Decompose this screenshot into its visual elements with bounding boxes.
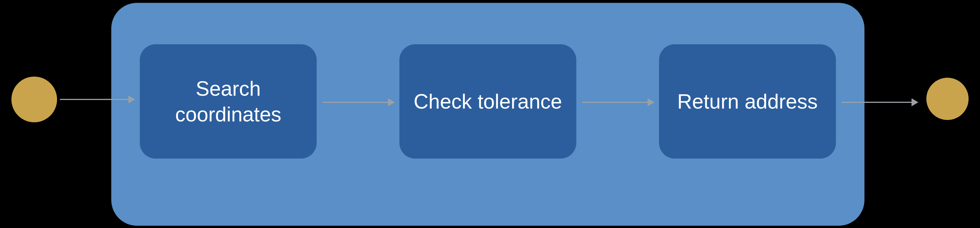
- arrow-start-to-step1: [60, 99, 134, 100]
- step-search-coordinates: Search coordinates: [140, 44, 317, 159]
- step-label: Return address: [677, 88, 818, 114]
- step-return-address: Return address: [659, 44, 836, 159]
- step-label: Search coordinates: [151, 76, 305, 127]
- end-node: [926, 78, 969, 120]
- arrow-step1-to-step2: [322, 102, 394, 103]
- step-label: Check tolerance: [414, 88, 562, 114]
- start-node: [11, 77, 57, 122]
- step-check-tolerance: Check tolerance: [399, 44, 576, 159]
- arrow-step2-to-step3: [582, 102, 653, 103]
- arrow-step3-to-end: [842, 102, 917, 103]
